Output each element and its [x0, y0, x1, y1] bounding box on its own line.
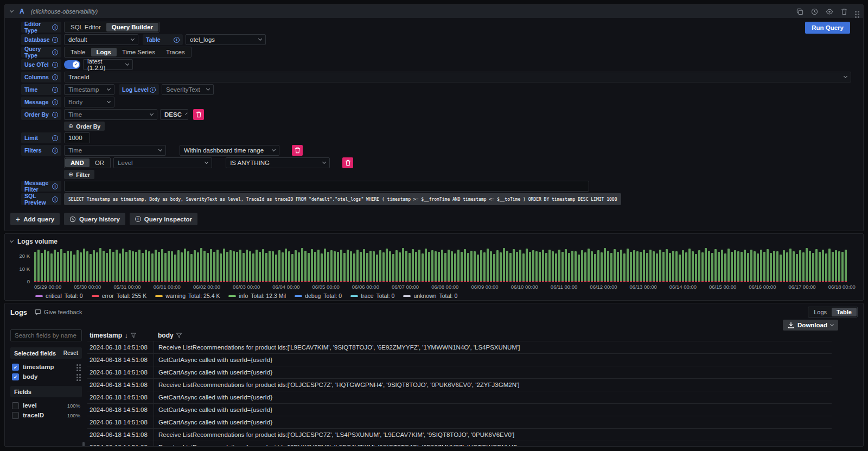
bool-option-and[interactable]: AND	[65, 158, 90, 167]
order-by-field-select[interactable]: Time	[64, 109, 157, 120]
trash-icon[interactable]	[841, 8, 847, 15]
legend-item-critical[interactable]: criticalTotal: 0	[35, 293, 83, 299]
volume-bar	[819, 252, 821, 282]
add-order-by-button[interactable]: ⊕Order By	[64, 122, 105, 131]
query-type-option-time-series[interactable]: Time Series	[117, 48, 161, 56]
add-query-button[interactable]: +Add query	[10, 213, 60, 225]
run-query-button[interactable]: Run Query	[805, 22, 850, 34]
duplicate-icon[interactable]	[796, 8, 803, 15]
query-type-option-logs[interactable]: Logs	[91, 48, 117, 56]
sort-desc-icon[interactable]: ↓	[125, 332, 128, 339]
use-otel-toggle[interactable]: ✓	[64, 60, 80, 69]
legend-item-error[interactable]: errorTotal: 255 K	[92, 293, 147, 299]
checkbox[interactable]	[12, 412, 19, 419]
legend-item-info[interactable]: infoTotal: 12.3 Mil	[228, 293, 286, 299]
info-icon[interactable]: i	[52, 196, 58, 202]
editor-type-option-sql-editor[interactable]: SQL Editor	[65, 23, 106, 31]
filter-field-select[interactable]: Time	[64, 145, 166, 156]
bool-option-or[interactable]: OR	[90, 158, 110, 167]
time-column-select[interactable]: Timestamp	[64, 84, 114, 95]
info-icon[interactable]: i	[52, 37, 58, 43]
legend-item-debug[interactable]: debugTotal: 0	[295, 293, 342, 299]
drag-handle-icon[interactable]	[855, 11, 857, 12]
give-feedback-link[interactable]: Give feedback	[35, 309, 82, 315]
eye-icon[interactable]	[826, 8, 833, 15]
volume-bar	[233, 251, 235, 282]
editor-type-option-query-builder[interactable]: Query Builder	[106, 23, 158, 31]
query-type-option-traces[interactable]: Traces	[161, 48, 190, 56]
body-column-header[interactable]: body	[158, 332, 174, 339]
selected-field-body[interactable]: ✓body	[10, 372, 82, 382]
filter2-field-select[interactable]: Level	[113, 157, 212, 168]
log-table-row[interactable]: 2024-06-18 14:51:08GetCartAsync called w…	[87, 354, 832, 366]
info-icon[interactable]: i	[52, 87, 58, 93]
log-table-row[interactable]: 2024-06-18 14:51:08GetCartAsync called w…	[87, 391, 832, 404]
log-table-row[interactable]: 2024-06-18 14:51:08Receive ListRecommend…	[87, 441, 832, 447]
reset-fields-button[interactable]: Reset	[63, 350, 78, 356]
info-icon[interactable]: i	[52, 148, 58, 154]
legend-item-trace[interactable]: traceTotal: 0	[350, 293, 394, 299]
info-icon[interactable]: i	[52, 62, 58, 68]
filter2-operator-select[interactable]: IS ANYTHING	[226, 157, 330, 168]
legend-item-unknown[interactable]: unknownTotal: 0	[403, 293, 457, 299]
table-select[interactable]: otel_logs	[186, 34, 266, 45]
history-icon[interactable]	[811, 8, 818, 15]
search-fields-input[interactable]	[10, 329, 82, 341]
info-icon: i	[135, 216, 141, 222]
info-icon[interactable]: i	[52, 135, 58, 141]
database-select[interactable]: default	[64, 34, 138, 45]
query-type-option-table[interactable]: Table	[65, 48, 91, 56]
legend-item-warning[interactable]: warningTotal: 25.4 K	[155, 293, 220, 299]
query-history-button[interactable]: Query history	[64, 213, 125, 225]
filter-icon[interactable]	[176, 333, 182, 338]
info-icon[interactable]: i	[52, 49, 58, 55]
log-table-row[interactable]: 2024-06-18 14:51:08Receive ListRecommend…	[87, 429, 832, 441]
info-icon[interactable]: i	[52, 74, 58, 80]
info-icon[interactable]: i	[52, 24, 58, 30]
message-filter-input[interactable]	[64, 181, 589, 192]
log-table-row[interactable]: 2024-06-18 14:51:08GetCartAsync called w…	[87, 366, 832, 379]
info-icon[interactable]: i	[52, 183, 58, 189]
view-option-logs[interactable]: Logs	[809, 308, 832, 316]
field-traceID[interactable]: traceID100%	[10, 410, 82, 420]
view-option-table[interactable]: Table	[832, 308, 857, 316]
otel-version-select[interactable]: latest (1.2.9)	[83, 59, 133, 70]
collapse-volume-icon[interactable]	[10, 239, 14, 243]
collapse-query-icon[interactable]	[10, 9, 14, 12]
download-button[interactable]: Download	[783, 320, 838, 331]
volume-bar	[770, 253, 772, 282]
remove-order-by-button[interactable]	[193, 109, 204, 120]
volume-bar	[321, 253, 323, 282]
drag-handle-icon[interactable]	[76, 374, 78, 376]
info-icon[interactable]: i	[174, 37, 180, 43]
add-filter-button[interactable]: ⊕Filter	[64, 170, 94, 179]
filter-operator-select[interactable]: Within dashboard time range	[180, 145, 279, 156]
logs-volume-header[interactable]: Logs volume	[10, 237, 858, 246]
timestamp-column-header[interactable]: timestamp	[90, 332, 122, 339]
field-level[interactable]: level100%	[10, 401, 82, 410]
columns-multiselect[interactable]: TraceId	[64, 72, 851, 82]
log-table-row[interactable]: 2024-06-18 14:51:08GetCartAsync called w…	[87, 404, 832, 416]
message-column-select[interactable]: Body	[64, 97, 114, 107]
remove-filter2-button[interactable]	[342, 157, 353, 168]
checkbox[interactable]: ✓	[12, 364, 19, 371]
filter-icon[interactable]	[131, 333, 136, 338]
info-icon[interactable]: i	[150, 87, 156, 93]
volume-bar	[630, 252, 632, 282]
log-level-select[interactable]: SeverityText	[162, 84, 214, 95]
log-table-row[interactable]: 2024-06-18 14:51:08Receive ListRecommend…	[87, 341, 832, 354]
query-inspector-button[interactable]: iQuery inspector	[130, 213, 197, 225]
info-icon[interactable]: i	[52, 99, 58, 105]
limit-input[interactable]	[64, 132, 90, 143]
remove-filter-button[interactable]	[292, 145, 303, 156]
info-icon[interactable]: i	[52, 112, 58, 118]
log-table-row[interactable]: 2024-06-18 14:51:08GetCartAsync called w…	[87, 416, 832, 429]
sidebar-scrollbar[interactable]	[82, 442, 85, 447]
checkbox[interactable]: ✓	[12, 373, 19, 380]
query-row-header[interactable]: A (clickhouse-observability)	[5, 5, 863, 18]
checkbox[interactable]	[12, 402, 19, 409]
log-table-row[interactable]: 2024-06-18 14:51:08Receive ListRecommend…	[87, 379, 832, 391]
selected-field-timestamp[interactable]: ✓timestamp	[10, 362, 82, 372]
order-direction-select[interactable]: DESC	[160, 109, 188, 120]
drag-handle-icon[interactable]	[76, 364, 78, 366]
